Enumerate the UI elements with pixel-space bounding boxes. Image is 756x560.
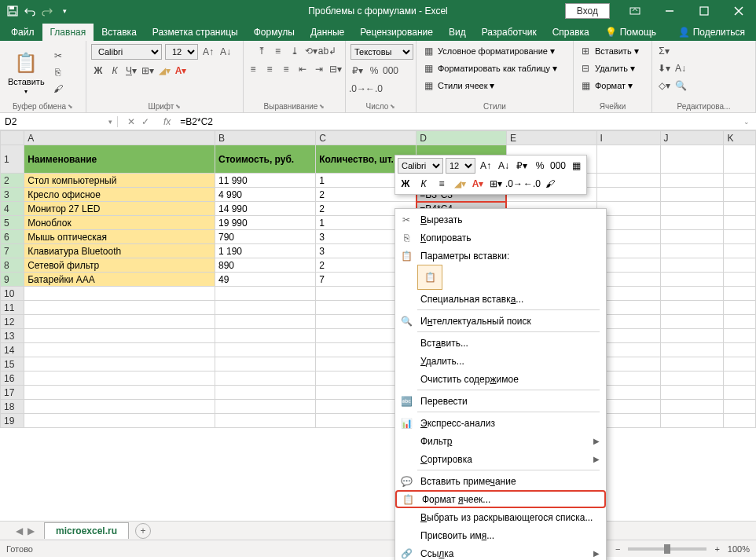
cell[interactable] (660, 216, 724, 230)
cell[interactable] (215, 372, 315, 386)
fill-icon[interactable]: ⬇▾ (657, 61, 671, 75)
cell[interactable] (724, 244, 756, 258)
sheet-prev-icon[interactable]: ◀ (16, 525, 23, 536)
cell[interactable] (596, 188, 660, 202)
cell[interactable] (215, 343, 315, 357)
cell[interactable] (660, 244, 724, 258)
cell[interactable] (24, 357, 215, 372)
ctx-insert[interactable]: Вставить... (395, 334, 606, 352)
cut-icon[interactable]: ✂ (51, 49, 65, 63)
font-color-icon[interactable]: A▾ (174, 64, 188, 78)
cell[interactable] (724, 357, 756, 372)
cell[interactable] (215, 329, 315, 343)
mini-font-color-icon[interactable]: A▾ (470, 176, 486, 192)
find-icon[interactable]: 🔍 (673, 79, 688, 93)
expand-formula-icon[interactable]: ⌄ (737, 118, 756, 126)
cell[interactable] (724, 145, 756, 174)
cell[interactable]: 790 (215, 230, 315, 244)
format-as-table-button[interactable]: ▦Форматировать как таблицу▾ (421, 61, 557, 75)
conditional-format-button[interactable]: ▦Условное форматирование▾ (421, 44, 555, 58)
cell[interactable] (24, 343, 215, 357)
ctx-format-cells[interactable]: 📋Формат ячеек... (395, 490, 606, 508)
cell[interactable] (660, 414, 724, 428)
cell[interactable]: Мышь оптическая (24, 230, 215, 244)
ctx-define-name[interactable]: Присвоить имя... (395, 526, 606, 544)
row-header[interactable]: 19 (1, 414, 24, 428)
cell[interactable] (215, 301, 315, 315)
cell[interactable]: Стоимость, руб. (215, 145, 315, 174)
dec-decimal-icon[interactable]: ←.0 (367, 82, 381, 96)
ctx-sort[interactable]: Сортировка▶ (395, 450, 606, 468)
row-header[interactable]: 12 (1, 315, 24, 329)
row-header[interactable]: 6 (1, 230, 24, 244)
cell[interactable]: 11 990 (215, 174, 315, 188)
cell[interactable]: Монитор 27 LED (24, 202, 215, 216)
percent-icon[interactable]: % (367, 64, 381, 78)
insert-cells-button[interactable]: ⊞Вставить▾ (578, 44, 639, 58)
decrease-font-icon[interactable]: A↓ (218, 45, 233, 59)
cell[interactable] (660, 145, 724, 174)
cell[interactable] (24, 372, 215, 386)
align-left-icon[interactable]: ≡ (246, 62, 260, 76)
ctx-insert-comment[interactable]: 💬Вставить примечание (395, 472, 606, 490)
col-header[interactable]: I (596, 131, 660, 145)
increase-font-icon[interactable]: A↑ (201, 45, 215, 59)
row-header[interactable]: 1 (1, 145, 24, 174)
cell[interactable] (24, 386, 215, 400)
cell[interactable] (724, 174, 756, 188)
cell[interactable]: 49 (215, 273, 315, 287)
cell[interactable] (660, 400, 724, 414)
cell[interactable] (215, 315, 315, 329)
cell[interactable] (660, 174, 724, 188)
ctx-translate[interactable]: 🔤Перевести (395, 392, 606, 410)
col-header[interactable]: C (316, 131, 417, 145)
col-header[interactable]: E (506, 131, 596, 145)
indent-dec-icon[interactable]: ⇤ (295, 62, 310, 76)
align-top-icon[interactable]: ⤒ (255, 44, 269, 58)
cell[interactable] (215, 386, 315, 400)
cell[interactable] (24, 301, 215, 315)
mini-fill-icon[interactable]: ◢▾ (452, 176, 468, 192)
cell[interactable] (660, 287, 724, 301)
cell[interactable] (660, 357, 724, 372)
name-box[interactable]: D2▾ (0, 116, 118, 127)
ctx-copy[interactable]: ⎘Копировать (395, 229, 606, 247)
clear-icon[interactable]: ◇▾ (657, 79, 671, 93)
cell[interactable] (660, 343, 724, 357)
row-header[interactable]: 9 (1, 273, 24, 287)
row-header[interactable]: 8 (1, 258, 24, 273)
maximize-icon[interactable] (687, 0, 721, 22)
ctx-filter[interactable]: Фильтр▶ (395, 432, 606, 450)
border-icon[interactable]: ⊞▾ (141, 64, 155, 78)
cell[interactable] (660, 230, 724, 244)
mini-grow-font-icon[interactable]: A↑ (478, 158, 494, 174)
row-header[interactable]: 14 (1, 343, 24, 357)
tab-developer[interactable]: Разработчик (474, 24, 545, 41)
cell[interactable] (596, 145, 660, 174)
tab-tellme[interactable]: 💡 Помощь (597, 24, 664, 41)
col-header[interactable]: D (417, 131, 507, 145)
cell[interactable] (24, 315, 215, 329)
mini-shrink-font-icon[interactable]: A↓ (496, 158, 512, 174)
cell[interactable] (724, 287, 756, 301)
cell[interactable]: Моноблок (24, 216, 215, 230)
ctx-clear[interactable]: Очистить содержимое (395, 370, 606, 388)
cell[interactable] (724, 343, 756, 357)
undo-icon[interactable] (24, 5, 36, 17)
row-header[interactable]: 5 (1, 216, 24, 230)
cell[interactable] (724, 273, 756, 287)
bold-icon[interactable]: Ж (91, 64, 105, 78)
cell[interactable]: 1 190 (215, 244, 315, 258)
col-header[interactable]: K (724, 131, 756, 145)
cell[interactable] (660, 273, 724, 287)
tab-help[interactable]: Справка (545, 24, 597, 41)
formula-input[interactable]: =B2*C2 (175, 116, 737, 127)
zoom-out-icon[interactable]: − (615, 544, 620, 554)
comma-icon[interactable]: 000 (384, 64, 398, 78)
cell[interactable] (660, 258, 724, 273)
align-bottom-icon[interactable]: ⤓ (288, 44, 302, 58)
mini-italic-icon[interactable]: К (416, 176, 431, 192)
tab-share[interactable]: 👤 Поделиться (670, 24, 753, 41)
row-header[interactable]: 7 (1, 244, 24, 258)
row-header[interactable]: 15 (1, 357, 24, 372)
